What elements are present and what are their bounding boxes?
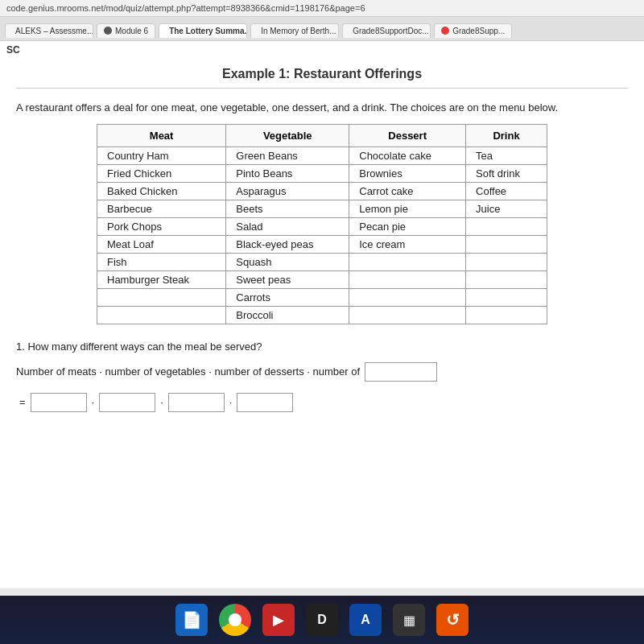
question-text: 1. How many different ways can the meal … <box>16 341 628 353</box>
example-title: Example 1: Restaurant Offerings <box>16 59 628 89</box>
formula-row: Number of meats · number of vegetables ·… <box>16 362 628 382</box>
calc-row: = · · · <box>16 393 628 412</box>
table-cell: Broccoli <box>226 306 349 324</box>
tab-bar: ALEKS – Assessme... Module 6 The Lottery… <box>0 17 644 41</box>
question-section: 1. How many different ways can the meal … <box>0 332 644 420</box>
table-cell: Baked Chicken <box>97 182 226 200</box>
table-row: Pork ChopsSaladPecan pie <box>97 217 547 235</box>
table-cell: Green Beans <box>226 147 349 164</box>
table-row: BarbecueBeetsLemon pieJuice <box>97 200 547 217</box>
table-cell: Meat Loaf <box>97 235 226 253</box>
calc-input-2[interactable] <box>99 393 155 412</box>
chrome-icon[interactable] <box>219 604 251 636</box>
calc-input-4[interactable] <box>237 393 293 412</box>
table-cell: Tea <box>466 147 547 164</box>
table-cell: Asparagus <box>226 182 349 200</box>
table-cell <box>466 306 547 324</box>
table-cell: Fish <box>97 253 226 270</box>
table-cell: Country Ham <box>97 147 226 164</box>
table-cell: Brownies <box>349 164 466 182</box>
table-cell <box>466 270 547 288</box>
tab-grade8support[interactable]: Grade8SupportDoc... <box>342 23 431 38</box>
dot-1: · <box>92 396 95 408</box>
table-cell <box>349 253 466 270</box>
table-cell <box>97 306 226 324</box>
table-row: Baked ChickenAsparagusCarrot cakeCoffee <box>97 182 547 200</box>
dot-2: · <box>160 396 163 408</box>
table-cell <box>349 270 466 288</box>
formula-label: Number of meats · number of vegetables ·… <box>16 365 360 378</box>
table-cell: Barbecue <box>97 200 226 217</box>
table-cell: Ice cream <box>349 235 466 253</box>
problem-text: A restaurant offers a deal for one meat,… <box>0 89 644 124</box>
table-cell <box>349 288 466 306</box>
table-cell: Squash <box>226 253 349 270</box>
docs-icon[interactable]: 📄 <box>175 604 208 636</box>
table-row: Fried ChickenPinto BeansBrowniesSoft dri… <box>97 164 547 182</box>
tab-aleks[interactable]: ALEKS – Assessme... <box>5 23 93 38</box>
table-cell: Juice <box>466 200 547 217</box>
col-header-drink: Drink <box>466 124 547 147</box>
table-cell <box>466 288 547 306</box>
table-cell: Pinto Beans <box>226 164 349 182</box>
tab-module6[interactable]: Module 6 <box>97 23 155 38</box>
table-cell <box>349 306 466 324</box>
table-cell: Chocolate cake <box>349 147 466 164</box>
table-cell: Beets <box>226 200 349 217</box>
col-header-dessert: Dessert <box>349 124 466 147</box>
table-row: Hamburger SteakSweet peas <box>97 270 547 288</box>
qr-icon[interactable]: ▦ <box>393 604 425 636</box>
table-cell: Carrots <box>226 288 349 306</box>
table-cell: Pecan pie <box>349 217 466 235</box>
table-row: Meat LoafBlack-eyed peasIce cream <box>97 235 547 253</box>
table-row: Country HamGreen BeansChocolate cakeTea <box>97 147 547 164</box>
menu-table-container: Meat Vegetable Dessert Drink Country Ham… <box>0 124 644 332</box>
equals-sign: = <box>19 396 26 408</box>
d-icon[interactable]: D <box>306 604 338 636</box>
sc-label: SC <box>0 41 644 59</box>
dot-3: · <box>229 396 233 408</box>
page-content: SC Example 1: Restaurant Offerings A res… <box>0 41 644 588</box>
tab-lottery[interactable]: The Lottery Summa... <box>159 23 247 38</box>
table-cell: Coffee <box>466 182 547 200</box>
taskbar: 📄 ▶ D A ▦ ↺ <box>0 596 644 644</box>
calc-input-1[interactable] <box>31 393 87 412</box>
table-row: Carrots <box>97 288 547 306</box>
tab-grade8supp2[interactable]: Grade8Supp... <box>434 23 512 38</box>
table-cell: Carrot cake <box>349 182 466 200</box>
menu-table: Meat Vegetable Dessert Drink Country Ham… <box>97 124 547 324</box>
table-cell <box>466 235 547 253</box>
formula-input[interactable] <box>365 362 437 382</box>
table-cell: Pork Chops <box>97 217 226 235</box>
col-header-vegetable: Vegetable <box>226 124 349 147</box>
calc-input-3[interactable] <box>168 393 225 412</box>
table-cell <box>466 253 547 270</box>
col-header-meat: Meat <box>97 124 226 147</box>
table-cell: Soft drink <box>466 164 547 182</box>
table-cell: Sweet peas <box>226 270 349 288</box>
url-bar: code.genius.mrooms.net/mod/quiz/attempt.… <box>0 0 644 17</box>
table-row: Broccoli <box>97 306 547 324</box>
youtube-icon[interactable]: ▶ <box>262 604 295 636</box>
table-row: FishSquash <box>97 253 547 270</box>
a-icon[interactable]: A <box>349 604 382 636</box>
table-cell <box>97 288 226 306</box>
table-cell: Black-eyed peas <box>226 235 349 253</box>
table-cell: Salad <box>226 217 349 235</box>
tab-inmemory[interactable]: In Memory of Berth... <box>250 23 339 38</box>
refresh-icon[interactable]: ↺ <box>436 604 469 636</box>
table-cell <box>466 217 547 235</box>
table-cell: Lemon pie <box>349 200 466 217</box>
table-cell: Fried Chicken <box>97 164 226 182</box>
table-cell: Hamburger Steak <box>97 270 226 288</box>
